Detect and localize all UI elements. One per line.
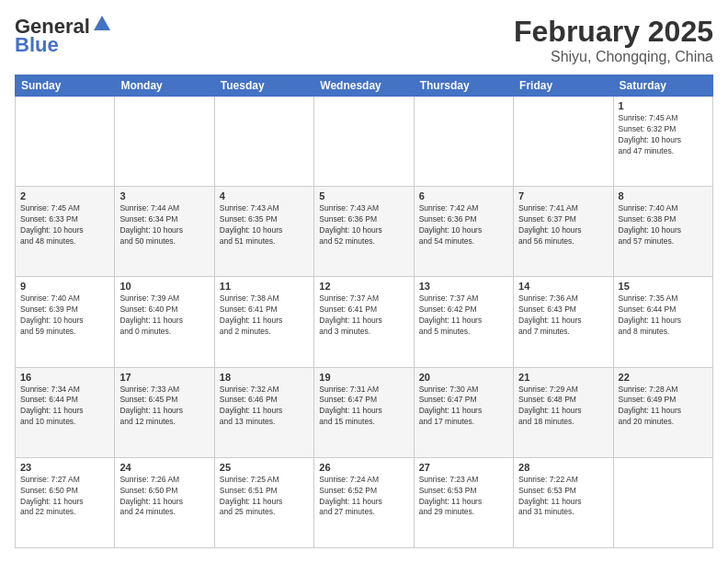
- calendar-cell: [414, 97, 513, 187]
- calendar-cell: [16, 97, 115, 187]
- day-info: Sunrise: 7:43 AM Sunset: 6:35 PM Dayligh…: [220, 203, 309, 247]
- calendar-cell: 19Sunrise: 7:31 AM Sunset: 6:47 PM Dayli…: [314, 367, 414, 457]
- day-number: 21: [518, 372, 608, 383]
- calendar-week-1: 2Sunrise: 7:45 AM Sunset: 6:33 PM Daylig…: [16, 187, 713, 277]
- day-number: 7: [518, 190, 608, 201]
- calendar-cell: [514, 97, 613, 187]
- calendar-cell: [214, 97, 313, 187]
- col-monday: Monday: [115, 75, 214, 97]
- day-number: 20: [419, 372, 508, 383]
- calendar-cell: 13Sunrise: 7:37 AM Sunset: 6:42 PM Dayli…: [414, 277, 513, 367]
- day-number: 1: [619, 100, 708, 111]
- page: General Blue February 2025 Shiyu, Chongq…: [0, 0, 728, 563]
- day-info: Sunrise: 7:43 AM Sunset: 6:36 PM Dayligh…: [319, 203, 408, 247]
- calendar-cell: 12Sunrise: 7:37 AM Sunset: 6:41 PM Dayli…: [314, 277, 414, 367]
- calendar-cell: 23Sunrise: 7:27 AM Sunset: 6:50 PM Dayli…: [16, 457, 115, 547]
- day-number: 14: [518, 281, 608, 292]
- day-number: 2: [20, 190, 109, 201]
- day-info: Sunrise: 7:36 AM Sunset: 6:43 PM Dayligh…: [518, 293, 608, 338]
- day-number: 10: [119, 281, 209, 292]
- day-info: Sunrise: 7:44 AM Sunset: 6:34 PM Dayligh…: [119, 203, 209, 247]
- day-number: 28: [518, 462, 608, 473]
- calendar-cell: 26Sunrise: 7:24 AM Sunset: 6:52 PM Dayli…: [314, 457, 414, 547]
- day-number: 18: [220, 372, 309, 383]
- day-info: Sunrise: 7:42 AM Sunset: 6:36 PM Dayligh…: [419, 203, 508, 247]
- day-number: 12: [319, 281, 408, 292]
- svg-marker-0: [94, 16, 110, 30]
- day-number: 9: [20, 281, 109, 292]
- day-info: Sunrise: 7:31 AM Sunset: 6:47 PM Dayligh…: [319, 385, 408, 429]
- day-info: Sunrise: 7:26 AM Sunset: 6:50 PM Dayligh…: [119, 475, 209, 519]
- calendar-cell: 3Sunrise: 7:44 AM Sunset: 6:34 PM Daylig…: [115, 187, 214, 277]
- title-block: February 2025 Shiyu, Chongqing, China: [514, 15, 713, 65]
- day-info: Sunrise: 7:34 AM Sunset: 6:44 PM Dayligh…: [20, 385, 109, 429]
- logo-icon: [92, 14, 112, 34]
- col-sunday: Sunday: [16, 75, 115, 97]
- calendar-cell: 28Sunrise: 7:22 AM Sunset: 6:53 PM Dayli…: [514, 457, 613, 547]
- col-thursday: Thursday: [414, 75, 513, 97]
- day-info: Sunrise: 7:24 AM Sunset: 6:52 PM Dayligh…: [319, 475, 408, 519]
- day-info: Sunrise: 7:39 AM Sunset: 6:40 PM Dayligh…: [119, 293, 209, 338]
- day-info: Sunrise: 7:22 AM Sunset: 6:53 PM Dayligh…: [518, 475, 608, 519]
- day-number: 13: [419, 281, 508, 292]
- day-info: Sunrise: 7:35 AM Sunset: 6:44 PM Dayligh…: [619, 293, 708, 338]
- day-info: Sunrise: 7:40 AM Sunset: 6:38 PM Dayligh…: [619, 203, 708, 247]
- calendar-week-3: 16Sunrise: 7:34 AM Sunset: 6:44 PM Dayli…: [16, 367, 713, 457]
- calendar-cell: 18Sunrise: 7:32 AM Sunset: 6:46 PM Dayli…: [214, 367, 313, 457]
- calendar-cell: 22Sunrise: 7:28 AM Sunset: 6:49 PM Dayli…: [613, 367, 712, 457]
- day-number: 23: [20, 462, 109, 473]
- calendar-cell: 14Sunrise: 7:36 AM Sunset: 6:43 PM Dayli…: [514, 277, 613, 367]
- header: General Blue February 2025 Shiyu, Chongq…: [15, 15, 713, 65]
- calendar-subtitle: Shiyu, Chongqing, China: [514, 49, 713, 65]
- logo: General Blue: [15, 15, 112, 57]
- calendar-cell: 1Sunrise: 7:45 AM Sunset: 6:32 PM Daylig…: [613, 97, 712, 187]
- day-number: 5: [319, 190, 408, 201]
- day-info: Sunrise: 7:27 AM Sunset: 6:50 PM Dayligh…: [20, 475, 109, 519]
- calendar-title: February 2025: [514, 15, 713, 49]
- calendar-cell: 6Sunrise: 7:42 AM Sunset: 6:36 PM Daylig…: [414, 187, 513, 277]
- calendar-cell: 5Sunrise: 7:43 AM Sunset: 6:36 PM Daylig…: [314, 187, 414, 277]
- day-info: Sunrise: 7:29 AM Sunset: 6:48 PM Dayligh…: [518, 385, 608, 429]
- calendar-cell: 11Sunrise: 7:38 AM Sunset: 6:41 PM Dayli…: [214, 277, 313, 367]
- calendar-week-4: 23Sunrise: 7:27 AM Sunset: 6:50 PM Dayli…: [16, 457, 713, 547]
- day-number: 27: [419, 462, 508, 473]
- calendar-cell: [314, 97, 414, 187]
- calendar-cell: 25Sunrise: 7:25 AM Sunset: 6:51 PM Dayli…: [214, 457, 313, 547]
- calendar-cell: 21Sunrise: 7:29 AM Sunset: 6:48 PM Dayli…: [514, 367, 613, 457]
- day-info: Sunrise: 7:33 AM Sunset: 6:45 PM Dayligh…: [119, 385, 209, 429]
- calendar-cell: [613, 457, 712, 547]
- day-info: Sunrise: 7:45 AM Sunset: 6:33 PM Dayligh…: [20, 203, 109, 247]
- day-info: Sunrise: 7:40 AM Sunset: 6:39 PM Dayligh…: [20, 293, 109, 338]
- day-number: 22: [619, 372, 708, 383]
- calendar-cell: 15Sunrise: 7:35 AM Sunset: 6:44 PM Dayli…: [613, 277, 712, 367]
- day-info: Sunrise: 7:28 AM Sunset: 6:49 PM Dayligh…: [619, 385, 708, 429]
- day-number: 25: [220, 462, 309, 473]
- col-wednesday: Wednesday: [314, 75, 414, 97]
- day-number: 15: [619, 281, 708, 292]
- day-number: 4: [220, 190, 309, 201]
- calendar-cell: 8Sunrise: 7:40 AM Sunset: 6:38 PM Daylig…: [613, 187, 712, 277]
- day-number: 19: [319, 372, 408, 383]
- calendar-cell: 10Sunrise: 7:39 AM Sunset: 6:40 PM Dayli…: [115, 277, 214, 367]
- day-number: 26: [319, 462, 408, 473]
- day-number: 11: [220, 281, 309, 292]
- col-saturday: Saturday: [613, 75, 712, 97]
- calendar-cell: 27Sunrise: 7:23 AM Sunset: 6:53 PM Dayli…: [414, 457, 513, 547]
- calendar-week-0: 1Sunrise: 7:45 AM Sunset: 6:32 PM Daylig…: [16, 97, 713, 187]
- day-info: Sunrise: 7:41 AM Sunset: 6:37 PM Dayligh…: [518, 203, 608, 247]
- calendar-cell: 9Sunrise: 7:40 AM Sunset: 6:39 PM Daylig…: [16, 277, 115, 367]
- day-number: 16: [20, 372, 109, 383]
- day-info: Sunrise: 7:45 AM Sunset: 6:32 PM Dayligh…: [619, 113, 708, 157]
- day-info: Sunrise: 7:37 AM Sunset: 6:41 PM Dayligh…: [319, 293, 408, 338]
- day-number: 17: [119, 372, 209, 383]
- calendar-cell: 16Sunrise: 7:34 AM Sunset: 6:44 PM Dayli…: [16, 367, 115, 457]
- day-number: 3: [119, 190, 209, 201]
- calendar-cell: 7Sunrise: 7:41 AM Sunset: 6:37 PM Daylig…: [514, 187, 613, 277]
- calendar-cell: 17Sunrise: 7:33 AM Sunset: 6:45 PM Dayli…: [115, 367, 214, 457]
- header-row: Sunday Monday Tuesday Wednesday Thursday…: [16, 75, 713, 97]
- calendar-cell: [115, 97, 214, 187]
- calendar-cell: 2Sunrise: 7:45 AM Sunset: 6:33 PM Daylig…: [16, 187, 115, 277]
- day-info: Sunrise: 7:37 AM Sunset: 6:42 PM Dayligh…: [419, 293, 508, 338]
- day-number: 8: [619, 190, 708, 201]
- day-number: 6: [419, 190, 508, 201]
